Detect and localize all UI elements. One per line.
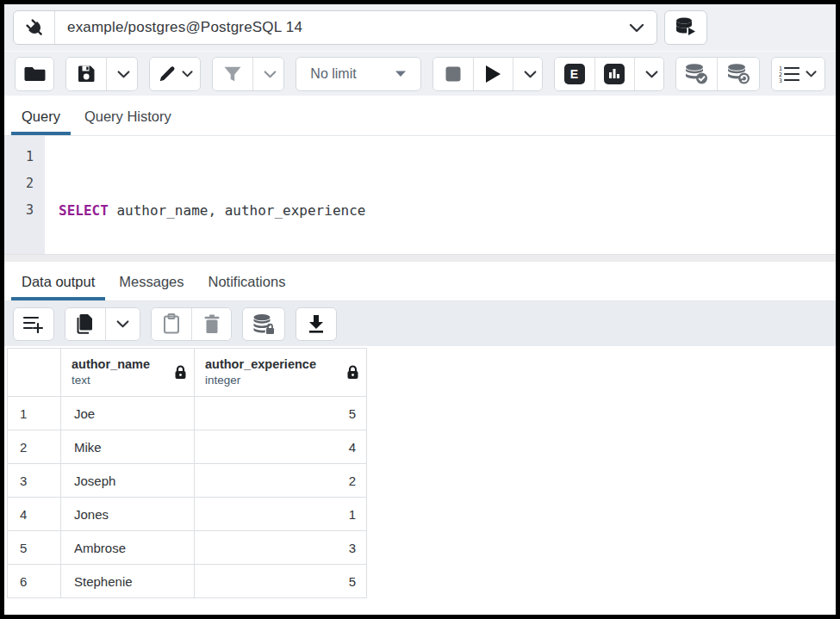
- column-header-author-name[interactable]: author_name text: [61, 349, 195, 397]
- execute-options-dropdown[interactable]: [513, 58, 543, 90]
- save-data-changes-button[interactable]: [243, 308, 284, 340]
- row-number[interactable]: 4: [8, 498, 61, 531]
- explain-options-dropdown[interactable]: [634, 58, 664, 90]
- chevron-down-icon: [806, 70, 817, 77]
- play-icon: [484, 65, 501, 84]
- cell-author-experience[interactable]: 4: [195, 430, 367, 464]
- select-all-corner[interactable]: [8, 349, 61, 397]
- output-tab-bar: Data output Messages Notifications: [4, 262, 836, 301]
- panel-splitter[interactable]: [4, 254, 836, 262]
- line-number: 2: [4, 170, 34, 197]
- open-file-button[interactable]: [16, 58, 54, 90]
- cell-author-experience[interactable]: 5: [195, 397, 367, 430]
- line-number: 3: [4, 197, 34, 224]
- line-number: 1: [4, 144, 34, 170]
- column-name: author_experience: [205, 356, 316, 374]
- chevron-down-icon: [117, 70, 130, 78]
- tab-query-history[interactable]: Query History: [72, 108, 184, 135]
- save-options-dropdown[interactable]: [106, 58, 138, 90]
- cell-author-name[interactable]: Jones: [61, 498, 195, 531]
- explain-analyze-icon: [604, 64, 625, 84]
- delete-rows-button[interactable]: [191, 308, 231, 340]
- add-row-button[interactable]: [14, 308, 53, 340]
- filter-funnel-icon: [223, 65, 242, 83]
- filter-button[interactable]: [213, 58, 252, 90]
- stop-icon: [445, 65, 462, 83]
- database-commit-icon: [683, 63, 709, 85]
- cell-author-experience[interactable]: 5: [195, 565, 367, 598]
- cell-author-name[interactable]: Ambrose: [61, 531, 195, 565]
- line-number-gutter: 1 2 3: [4, 136, 45, 254]
- rollback-button[interactable]: [717, 58, 759, 90]
- column-header-author-experience[interactable]: author_experience integer: [195, 349, 367, 397]
- table-row: 5 Ambrose 3: [8, 531, 367, 565]
- tab-messages[interactable]: Messages: [107, 274, 196, 300]
- connection-bar: example/postgres@PostgreSQL 14: [4, 4, 836, 51]
- row-number[interactable]: 3: [8, 464, 61, 498]
- stop-button[interactable]: [433, 58, 473, 90]
- tab-notifications[interactable]: Notifications: [196, 274, 298, 300]
- connection-plug-icon: [14, 11, 55, 44]
- connection-selector: example/postgres@PostgreSQL 14: [13, 10, 657, 45]
- macros-button[interactable]: 123: [772, 58, 824, 90]
- chevron-down-icon: [645, 70, 658, 78]
- code-area[interactable]: SELECT author_name, author_experience FR…: [45, 136, 836, 254]
- save-icon: [76, 64, 96, 84]
- table-row: 4 Jones 1: [8, 498, 367, 531]
- database-rollback-icon: [725, 63, 751, 85]
- pgadmin-query-tool-window: example/postgres@PostgreSQL 14: [0, 0, 840, 619]
- cell-author-name[interactable]: Mike: [61, 430, 195, 464]
- filter-options-dropdown[interactable]: [252, 58, 284, 90]
- save-file-button[interactable]: [66, 58, 106, 90]
- chevron-down-icon[interactable]: [617, 11, 656, 44]
- explain-analyze-button[interactable]: [594, 58, 634, 90]
- connection-name[interactable]: example/postgres@PostgreSQL 14: [55, 11, 617, 44]
- cell-author-name[interactable]: Joseph: [61, 464, 195, 498]
- chevron-down-icon: [264, 70, 277, 78]
- table-row: 2 Mike 4: [8, 430, 367, 464]
- execute-button[interactable]: [473, 58, 513, 90]
- copy-button[interactable]: [65, 308, 105, 340]
- download-button[interactable]: [296, 308, 336, 340]
- edit-button[interactable]: [150, 58, 200, 90]
- cell-author-name[interactable]: Joe: [61, 397, 195, 430]
- data-output-toolbar: [4, 301, 836, 346]
- explain-button[interactable]: E: [555, 58, 594, 90]
- copy-icon: [76, 313, 95, 334]
- code-line: SELECT author_name, author_experience: [59, 197, 836, 224]
- cell-author-name[interactable]: Stephenie: [61, 565, 195, 598]
- cell-author-experience[interactable]: 3: [195, 531, 367, 565]
- tab-data-output[interactable]: Data output: [9, 274, 107, 300]
- column-name: author_name: [72, 356, 150, 374]
- cell-author-experience[interactable]: 1: [195, 498, 367, 531]
- sql-editor[interactable]: 1 2 3 SELECT author_name, author_experie…: [4, 136, 836, 254]
- table-row: 6 Stephenie 5: [8, 565, 367, 598]
- chevron-down-icon: [524, 70, 537, 78]
- explain-icon: E: [564, 64, 585, 84]
- new-connection-button[interactable]: [664, 10, 707, 45]
- table-row: 3 Joseph 2: [8, 464, 367, 498]
- clipboard-icon: [163, 313, 180, 334]
- row-number[interactable]: 5: [8, 531, 61, 565]
- row-limit-select[interactable]: No limit: [296, 58, 420, 90]
- row-number[interactable]: 1: [8, 397, 61, 430]
- cell-author-experience[interactable]: 2: [195, 464, 367, 498]
- row-limit-value: No limit: [310, 66, 356, 82]
- chevron-down-icon: [182, 70, 193, 77]
- commit-button[interactable]: [676, 58, 718, 90]
- paste-button[interactable]: [152, 308, 191, 340]
- column-type: integer: [205, 373, 316, 388]
- trash-icon: [203, 314, 221, 334]
- svg-text:3: 3: [779, 77, 782, 83]
- pencil-icon: [158, 65, 177, 84]
- row-number[interactable]: 6: [8, 565, 61, 598]
- copy-options-dropdown[interactable]: [105, 308, 140, 340]
- database-save-icon: [252, 313, 276, 335]
- add-row-icon: [22, 314, 45, 333]
- column-type: text: [72, 373, 150, 388]
- grid-header-row: author_name text author_experience: [8, 349, 367, 397]
- row-number[interactable]: 2: [8, 430, 61, 464]
- tab-query[interactable]: Query: [9, 108, 72, 135]
- numbered-list-icon: 123: [779, 65, 800, 83]
- editor-tab-bar: Query Query History: [4, 96, 836, 136]
